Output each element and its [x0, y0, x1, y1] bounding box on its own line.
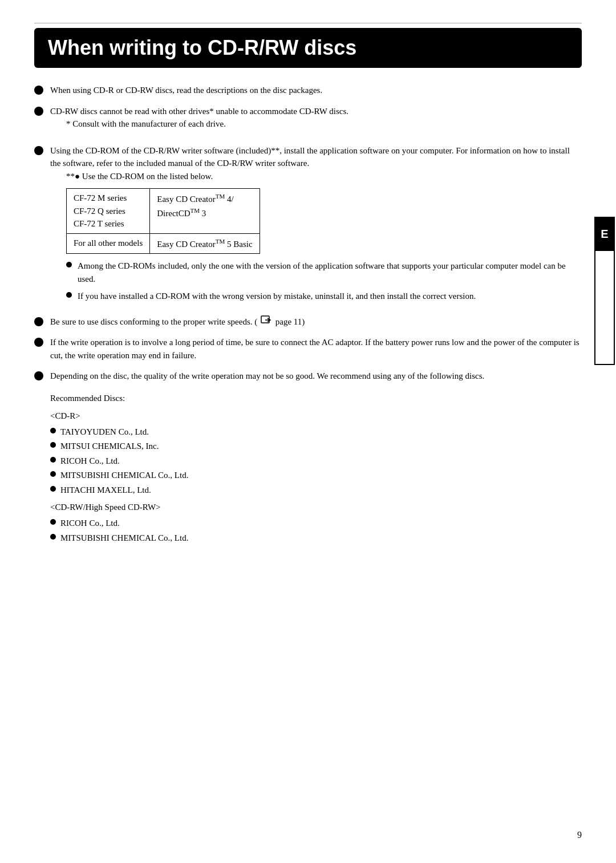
list-item: CD-RW discs cannot be read with other dr… — [34, 105, 582, 136]
rec-item-text: MITSUI CHEMICALS, Inc. — [60, 439, 159, 454]
page-title: When writing to CD-R/RW discs — [48, 36, 568, 60]
rec-bullet-icon — [50, 486, 56, 492]
bullet-text: If the write operation is to involve a l… — [50, 336, 582, 362]
list-item: RICOH Co., Ltd. — [50, 454, 582, 469]
bullet-text: When using CD-R or CD-RW discs, read the… — [50, 84, 582, 97]
list-item: Using the CD-ROM of the CD-R/RW writer s… — [34, 144, 582, 307]
page-title-bar: When writing to CD-R/RW discs — [34, 28, 582, 68]
bullet-icon — [34, 371, 43, 380]
bullet-icon — [34, 86, 43, 95]
sidebar-e-label: E — [594, 217, 615, 251]
rec-bullet-icon — [50, 442, 56, 448]
recommended-discs-section: Recommended Discs: <CD-R> TAIYOYUDEN Co.… — [50, 391, 582, 546]
cd-r-label: <CD-R> — [50, 408, 582, 424]
bullet-text: Depending on the disc, the quality of th… — [50, 370, 582, 383]
bullet-icon — [34, 338, 43, 347]
table-cell: Easy CD CreatorTM 4/DirectCDTM 3 — [150, 189, 260, 234]
list-item: MITSUBISHI CHEMICAL Co., Ltd. — [50, 468, 582, 483]
software-table: CF-72 M seriesCF-72 Q seriesCF-72 T seri… — [66, 188, 260, 254]
list-item: Depending on the disc, the quality of th… — [34, 370, 582, 383]
sidebar-tab: E — [593, 217, 616, 365]
list-item: MITSUI CHEMICALS, Inc. — [50, 439, 582, 454]
rec-item-text: RICOH Co., Ltd. — [60, 516, 120, 531]
page-number: 9 — [577, 830, 582, 840]
bullet-text: Using the CD-ROM of the CD-R/RW writer s… — [50, 144, 582, 307]
list-item: Be sure to use discs conforming to the p… — [34, 315, 582, 329]
page-ref-icon — [261, 315, 272, 325]
table-row: CF-72 M seriesCF-72 Q seriesCF-72 T seri… — [67, 189, 260, 234]
rec-item-text: MITSUBISHI CHEMICAL Co., Ltd. — [60, 468, 188, 483]
cd-rw-label: <CD-RW/High Speed CD-RW> — [50, 500, 582, 515]
rec-bullet-icon — [50, 519, 56, 525]
list-item: If you have installed a CD-ROM with the … — [66, 290, 582, 303]
sub-bullet-text: Among the CD-ROMs included, only the one… — [78, 260, 582, 285]
sub-bullet-text: If you have installed a CD-ROM with the … — [78, 290, 476, 303]
rec-item-text: TAIYOYUDEN Co., Ltd. — [60, 425, 149, 440]
sub-bullet-icon — [66, 292, 72, 298]
list-item: MITSUBISHI CHEMICAL Co., Ltd. — [50, 531, 582, 546]
sub-bullet-list: Among the CD-ROMs included, only the one… — [66, 260, 582, 303]
table-row: For all other models Easy CD CreatorTM 5… — [67, 233, 260, 254]
double-star-note: **● Use the CD-ROM on the listed below. — [66, 170, 582, 183]
list-item: TAIYOYUDEN Co., Ltd. — [50, 425, 582, 440]
sub-bullet-icon — [66, 262, 72, 268]
table-cell: For all other models — [67, 233, 150, 254]
table-cell: Easy CD CreatorTM 5 Basic — [150, 233, 260, 254]
cd-rw-list: RICOH Co., Ltd. MITSUBISHI CHEMICAL Co.,… — [50, 516, 582, 545]
bullet-icon — [34, 317, 43, 326]
bullet-icon — [34, 146, 43, 155]
list-item: HITACHI MAXELL, Ltd. — [50, 483, 582, 498]
list-item: RICOH Co., Ltd. — [50, 516, 582, 531]
rec-item-text: RICOH Co., Ltd. — [60, 454, 120, 469]
rec-item-text: MITSUBISHI CHEMICAL Co., Ltd. — [60, 531, 188, 546]
recommended-label: Recommended Discs: — [50, 391, 582, 406]
bullet-icon — [34, 107, 43, 116]
bullet-text: CD-RW discs cannot be read with other dr… — [50, 105, 582, 136]
rec-item-text: HITACHI MAXELL, Ltd. — [60, 483, 151, 498]
rec-bullet-icon — [50, 471, 56, 477]
bullet-text: Be sure to use discs conforming to the p… — [50, 315, 582, 329]
table-cell: CF-72 M seriesCF-72 Q seriesCF-72 T seri… — [67, 189, 150, 234]
rec-bullet-icon — [50, 428, 56, 433]
list-item: Among the CD-ROMs included, only the one… — [66, 260, 582, 285]
sidebar-border — [594, 251, 615, 365]
main-bullet-list: When using CD-R or CD-RW discs, read the… — [34, 84, 582, 383]
rec-bullet-icon — [50, 457, 56, 463]
cd-r-list: TAIYOYUDEN Co., Ltd. MITSUI CHEMICALS, I… — [50, 425, 582, 498]
list-item: If the write operation is to involve a l… — [34, 336, 582, 362]
list-item: When using CD-R or CD-RW discs, read the… — [34, 84, 582, 97]
footnote-text: * Consult with the manufacturer of each … — [66, 118, 582, 131]
rec-bullet-icon — [50, 534, 56, 540]
top-divider — [34, 23, 582, 23]
